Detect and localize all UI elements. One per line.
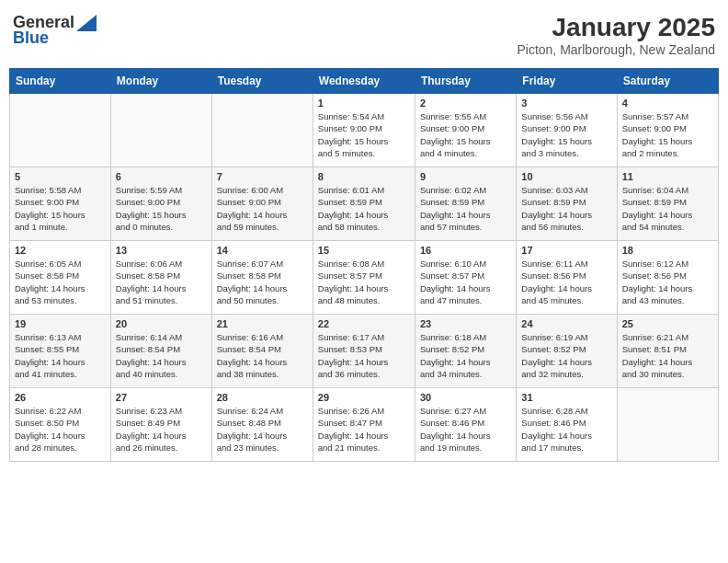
calendar-day-cell: 23Sunrise: 6:18 AMSunset: 8:52 PMDayligh… xyxy=(415,315,516,388)
calendar-day-cell: 26Sunrise: 6:22 AMSunset: 8:50 PMDayligh… xyxy=(10,388,111,462)
calendar-day-cell: 4Sunrise: 5:57 AMSunset: 9:00 PMDaylight… xyxy=(617,94,718,167)
day-number: 7 xyxy=(217,171,308,182)
calendar-day-cell: 12Sunrise: 6:05 AMSunset: 8:58 PMDayligh… xyxy=(10,241,111,315)
day-number: 15 xyxy=(318,245,410,256)
day-info: Sunrise: 6:21 AMSunset: 8:51 PMDaylight:… xyxy=(622,331,713,380)
day-number: 24 xyxy=(521,318,611,329)
calendar-header-saturday: Saturday xyxy=(617,69,718,94)
logo: General Blue xyxy=(13,13,97,48)
day-number: 20 xyxy=(116,318,207,329)
calendar-day-cell: 9Sunrise: 6:02 AMSunset: 8:59 PMDaylight… xyxy=(415,167,516,241)
calendar-week-row: 19Sunrise: 6:13 AMSunset: 8:55 PMDayligh… xyxy=(10,315,719,388)
calendar-day-cell xyxy=(10,94,111,167)
logo-icon xyxy=(76,15,97,31)
calendar-day-cell: 28Sunrise: 6:24 AMSunset: 8:48 PMDayligh… xyxy=(211,388,313,462)
calendar-header-sunday: Sunday xyxy=(10,69,111,94)
day-info: Sunrise: 6:03 AMSunset: 8:59 PMDaylight:… xyxy=(521,184,611,233)
day-info: Sunrise: 5:59 AMSunset: 9:00 PMDaylight:… xyxy=(116,184,207,233)
title-section: January 2025 Picton, Marlborough, New Ze… xyxy=(517,13,715,57)
calendar-day-cell: 27Sunrise: 6:23 AMSunset: 8:49 PMDayligh… xyxy=(110,388,211,462)
calendar-header-thursday: Thursday xyxy=(415,69,516,94)
day-number: 13 xyxy=(116,245,207,256)
day-info: Sunrise: 6:14 AMSunset: 8:54 PMDaylight:… xyxy=(116,331,207,380)
day-number: 22 xyxy=(318,318,410,329)
day-number: 27 xyxy=(116,392,207,403)
day-info: Sunrise: 6:19 AMSunset: 8:52 PMDaylight:… xyxy=(521,331,611,380)
day-info: Sunrise: 6:00 AMSunset: 9:00 PMDaylight:… xyxy=(217,184,308,233)
day-number: 23 xyxy=(420,318,511,329)
day-number: 16 xyxy=(420,245,511,256)
day-info: Sunrise: 6:18 AMSunset: 8:52 PMDaylight:… xyxy=(420,331,511,380)
day-number: 17 xyxy=(521,245,611,256)
day-info: Sunrise: 6:05 AMSunset: 8:58 PMDaylight:… xyxy=(15,258,106,306)
day-info: Sunrise: 6:24 AMSunset: 8:48 PMDaylight:… xyxy=(217,405,308,454)
calendar-day-cell: 22Sunrise: 6:17 AMSunset: 8:53 PMDayligh… xyxy=(313,315,415,388)
calendar-day-cell: 13Sunrise: 6:06 AMSunset: 8:58 PMDayligh… xyxy=(110,241,211,315)
location-title: Picton, Marlborough, New Zealand xyxy=(517,42,715,57)
calendar-day-cell: 3Sunrise: 5:56 AMSunset: 9:00 PMDaylight… xyxy=(517,94,617,167)
svg-marker-0 xyxy=(76,15,97,31)
calendar-day-cell: 25Sunrise: 6:21 AMSunset: 8:51 PMDayligh… xyxy=(617,315,718,388)
day-number: 18 xyxy=(622,245,713,256)
day-number: 1 xyxy=(318,98,410,109)
day-info: Sunrise: 5:58 AMSunset: 9:00 PMDaylight:… xyxy=(15,184,106,233)
day-info: Sunrise: 6:06 AMSunset: 8:58 PMDaylight:… xyxy=(116,258,207,306)
calendar-day-cell: 8Sunrise: 6:01 AMSunset: 8:59 PMDaylight… xyxy=(313,167,415,241)
calendar-day-cell: 2Sunrise: 5:55 AMSunset: 9:00 PMDaylight… xyxy=(415,94,516,167)
day-info: Sunrise: 6:13 AMSunset: 8:55 PMDaylight:… xyxy=(15,331,106,380)
calendar-header-monday: Monday xyxy=(110,69,211,94)
calendar-week-row: 26Sunrise: 6:22 AMSunset: 8:50 PMDayligh… xyxy=(10,388,719,462)
day-info: Sunrise: 6:10 AMSunset: 8:57 PMDaylight:… xyxy=(420,258,511,306)
day-info: Sunrise: 6:02 AMSunset: 8:59 PMDaylight:… xyxy=(420,184,511,233)
calendar-day-cell: 21Sunrise: 6:16 AMSunset: 8:54 PMDayligh… xyxy=(211,315,313,388)
day-info: Sunrise: 6:12 AMSunset: 8:56 PMDaylight:… xyxy=(622,258,713,306)
calendar-day-cell: 29Sunrise: 6:26 AMSunset: 8:47 PMDayligh… xyxy=(313,388,415,462)
day-number: 9 xyxy=(420,171,511,182)
day-number: 30 xyxy=(420,392,511,403)
calendar-day-cell: 16Sunrise: 6:10 AMSunset: 8:57 PMDayligh… xyxy=(415,241,516,315)
calendar-day-cell: 30Sunrise: 6:27 AMSunset: 8:46 PMDayligh… xyxy=(415,388,516,462)
day-number: 21 xyxy=(217,318,308,329)
calendar-day-cell: 31Sunrise: 6:28 AMSunset: 8:46 PMDayligh… xyxy=(517,388,617,462)
calendar-header-wednesday: Wednesday xyxy=(313,69,415,94)
day-info: Sunrise: 6:17 AMSunset: 8:53 PMDaylight:… xyxy=(318,331,410,380)
calendar-week-row: 5Sunrise: 5:58 AMSunset: 9:00 PMDaylight… xyxy=(10,167,719,241)
day-number: 10 xyxy=(521,171,611,182)
day-number: 3 xyxy=(521,98,611,109)
day-info: Sunrise: 6:22 AMSunset: 8:50 PMDaylight:… xyxy=(15,405,106,454)
day-number: 29 xyxy=(318,392,410,403)
day-info: Sunrise: 6:04 AMSunset: 8:59 PMDaylight:… xyxy=(622,184,713,233)
calendar-day-cell: 7Sunrise: 6:00 AMSunset: 9:00 PMDaylight… xyxy=(211,167,313,241)
calendar-day-cell: 24Sunrise: 6:19 AMSunset: 8:52 PMDayligh… xyxy=(517,315,617,388)
calendar-day-cell xyxy=(110,94,211,167)
day-number: 5 xyxy=(15,171,106,182)
calendar-day-cell xyxy=(211,94,313,167)
day-info: Sunrise: 5:56 AMSunset: 9:00 PMDaylight:… xyxy=(521,110,611,159)
day-info: Sunrise: 6:27 AMSunset: 8:46 PMDaylight:… xyxy=(420,405,511,454)
calendar-day-cell: 15Sunrise: 6:08 AMSunset: 8:57 PMDayligh… xyxy=(313,241,415,315)
day-number: 6 xyxy=(116,171,207,182)
day-number: 8 xyxy=(318,171,410,182)
calendar-day-cell: 18Sunrise: 6:12 AMSunset: 8:56 PMDayligh… xyxy=(617,241,718,315)
day-info: Sunrise: 6:16 AMSunset: 8:54 PMDaylight:… xyxy=(217,331,308,380)
day-info: Sunrise: 6:23 AMSunset: 8:49 PMDaylight:… xyxy=(116,405,207,454)
calendar-header-friday: Friday xyxy=(517,69,617,94)
calendar-day-cell: 14Sunrise: 6:07 AMSunset: 8:58 PMDayligh… xyxy=(211,241,313,315)
calendar-table: SundayMondayTuesdayWednesdayThursdayFrid… xyxy=(9,68,719,462)
day-info: Sunrise: 6:01 AMSunset: 8:59 PMDaylight:… xyxy=(318,184,410,233)
calendar-week-row: 12Sunrise: 6:05 AMSunset: 8:58 PMDayligh… xyxy=(10,241,719,315)
day-number: 19 xyxy=(15,318,106,329)
day-number: 31 xyxy=(521,392,611,403)
day-info: Sunrise: 5:55 AMSunset: 9:00 PMDaylight:… xyxy=(420,110,511,159)
day-number: 14 xyxy=(217,245,308,256)
day-number: 11 xyxy=(622,171,713,182)
month-title: January 2025 xyxy=(517,13,715,42)
day-info: Sunrise: 6:08 AMSunset: 8:57 PMDaylight:… xyxy=(318,258,410,306)
calendar-day-cell: 6Sunrise: 5:59 AMSunset: 9:00 PMDaylight… xyxy=(110,167,211,241)
calendar-day-cell: 10Sunrise: 6:03 AMSunset: 8:59 PMDayligh… xyxy=(517,167,617,241)
day-info: Sunrise: 6:26 AMSunset: 8:47 PMDaylight:… xyxy=(318,405,410,454)
day-info: Sunrise: 5:57 AMSunset: 9:00 PMDaylight:… xyxy=(622,110,713,159)
calendar-day-cell xyxy=(617,388,718,462)
calendar-day-cell: 17Sunrise: 6:11 AMSunset: 8:56 PMDayligh… xyxy=(517,241,617,315)
calendar-day-cell: 20Sunrise: 6:14 AMSunset: 8:54 PMDayligh… xyxy=(110,315,211,388)
